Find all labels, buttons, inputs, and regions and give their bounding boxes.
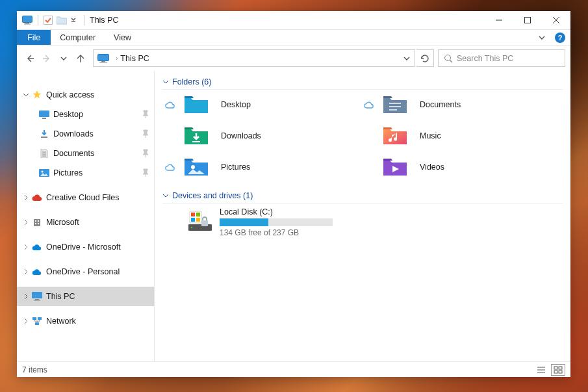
content-pane[interactable]: Folders (6) Desktop Documents	[155, 71, 570, 361]
folder-item-music[interactable]	[382, 125, 417, 147]
help-button[interactable]: ?	[555, 33, 565, 43]
refresh-icon	[420, 54, 429, 63]
svg-rect-33	[32, 317, 36, 320]
svg-line-16	[450, 60, 453, 62]
pin-icon	[141, 110, 150, 119]
back-button[interactable]	[22, 51, 38, 66]
maximize-button[interactable]	[513, 11, 542, 29]
file-explorer-window: This PC File Computer View ?	[17, 11, 570, 377]
videos-folder-icon	[383, 157, 407, 177]
properties-icon[interactable]	[44, 16, 53, 25]
folder-label[interactable]: Desktop	[218, 94, 364, 116]
svg-rect-39	[192, 141, 200, 142]
svg-rect-34	[38, 317, 42, 320]
downloads-folder-icon	[184, 126, 209, 146]
svg-rect-28	[35, 223, 36, 224]
tree-label: Microsoft	[46, 218, 150, 227]
drive-item-local-c[interactable]: Local Disk (C:) 134 GB free of 237 GB	[187, 207, 563, 237]
tree-item-creative-cloud[interactable]: Creative Cloud Files	[17, 188, 154, 207]
cloud-sync-icon	[364, 94, 382, 116]
folder-item-videos[interactable]	[382, 156, 417, 178]
window-controls	[485, 11, 570, 29]
folder-item-pictures[interactable]	[183, 156, 218, 178]
status-bar: 7 items	[17, 361, 570, 377]
tree-item-documents[interactable]: Documents	[17, 144, 154, 163]
section-drives[interactable]: Devices and drives (1)	[162, 189, 563, 203]
tree-item-network[interactable]: Network	[17, 311, 154, 331]
cloud-icon	[32, 242, 42, 252]
folder-icon[interactable]	[57, 16, 67, 25]
separator	[84, 15, 84, 25]
drive-free-text: 134 GB free of 237 GB	[220, 228, 333, 237]
minimize-button[interactable]	[485, 11, 513, 29]
chevron-right-icon	[23, 318, 29, 324]
minimize-icon	[496, 17, 502, 23]
address-dropdown[interactable]	[400, 50, 413, 66]
folder-grid: Desktop Documents Downloads Music	[165, 94, 563, 178]
recent-dropdown[interactable]	[56, 51, 71, 66]
folder-label[interactable]: Videos	[417, 156, 563, 178]
view-large-icons-button[interactable]	[551, 364, 565, 376]
folder-label[interactable]: Documents	[417, 94, 563, 116]
pc-icon	[32, 291, 42, 302]
tree-label: Downloads	[53, 129, 139, 138]
svg-rect-35	[35, 322, 39, 325]
ribbon-tab-file[interactable]: File	[17, 30, 51, 45]
section-folders[interactable]: Folders (6)	[162, 75, 563, 90]
tree-item-this-pc[interactable]: This PC	[17, 287, 154, 306]
tree-label: Documents	[53, 149, 139, 158]
svg-rect-26	[35, 220, 36, 222]
tree-item-microsoft[interactable]: Microsoft	[17, 213, 154, 232]
tiles-view-icon	[554, 366, 563, 374]
svg-rect-53	[559, 367, 562, 369]
folder-item-downloads[interactable]	[183, 125, 218, 147]
tree-item-pictures[interactable]: Pictures	[17, 163, 154, 183]
chevron-down-icon	[162, 79, 169, 85]
svg-rect-6	[525, 18, 531, 23]
search-box[interactable]	[438, 49, 565, 67]
section-label: Folders (6)	[172, 77, 211, 86]
chevron-down-icon	[403, 55, 410, 62]
folder-label[interactable]: Downloads	[218, 125, 364, 147]
drive-name: Local Disk (C:)	[220, 207, 333, 216]
breadcrumb[interactable]: This PC	[120, 54, 149, 63]
tree-label: Desktop	[53, 110, 139, 119]
address-bar[interactable]: › This PC	[93, 49, 415, 67]
folder-label[interactable]: Music	[417, 125, 563, 147]
ribbon-tab-view[interactable]: View	[105, 30, 140, 45]
folder-label[interactable]: Pictures	[218, 156, 364, 178]
forward-button[interactable]	[39, 51, 55, 66]
svg-point-24	[42, 171, 44, 173]
search-input[interactable]	[457, 54, 559, 63]
svg-rect-17	[39, 111, 49, 117]
folder-item-documents[interactable]	[382, 94, 417, 116]
separator	[38, 15, 38, 25]
svg-rect-12	[98, 54, 109, 60]
ribbon-tab-computer[interactable]: Computer	[51, 30, 105, 45]
tree-item-onedrive-ms[interactable]: OneDrive - Microsoft	[17, 237, 154, 257]
tree-item-downloads[interactable]: Downloads	[17, 124, 154, 144]
tree-label: Network	[46, 317, 150, 326]
close-icon	[553, 17, 559, 23]
tree-label: OneDrive - Microsoft	[46, 242, 150, 252]
pc-icon	[97, 54, 109, 63]
navigation-pane[interactable]: Quick access Desktop Downloads Documents…	[17, 71, 155, 361]
svg-rect-45	[196, 213, 200, 216]
ribbon-expand-button[interactable]	[534, 35, 550, 40]
qa-dropdown-icon[interactable]	[71, 18, 76, 23]
status-items-count: 7 items	[22, 365, 47, 374]
chevron-right-icon	[23, 268, 29, 275]
titlebar[interactable]: This PC	[17, 11, 570, 30]
svg-rect-14	[99, 62, 107, 62]
refresh-button[interactable]	[416, 49, 434, 67]
tree-item-onedrive-personal[interactable]: OneDrive - Personal	[17, 262, 154, 281]
tree-item-desktop[interactable]: Desktop	[17, 105, 154, 124]
up-button[interactable]	[73, 51, 88, 66]
view-details-button[interactable]	[534, 364, 548, 376]
folder-item-desktop[interactable]	[183, 94, 218, 116]
close-button[interactable]	[542, 11, 570, 29]
tree-item-quick-access[interactable]: Quick access	[17, 85, 154, 105]
svg-rect-38	[389, 109, 397, 111]
svg-rect-27	[38, 220, 39, 222]
svg-rect-54	[554, 371, 557, 373]
